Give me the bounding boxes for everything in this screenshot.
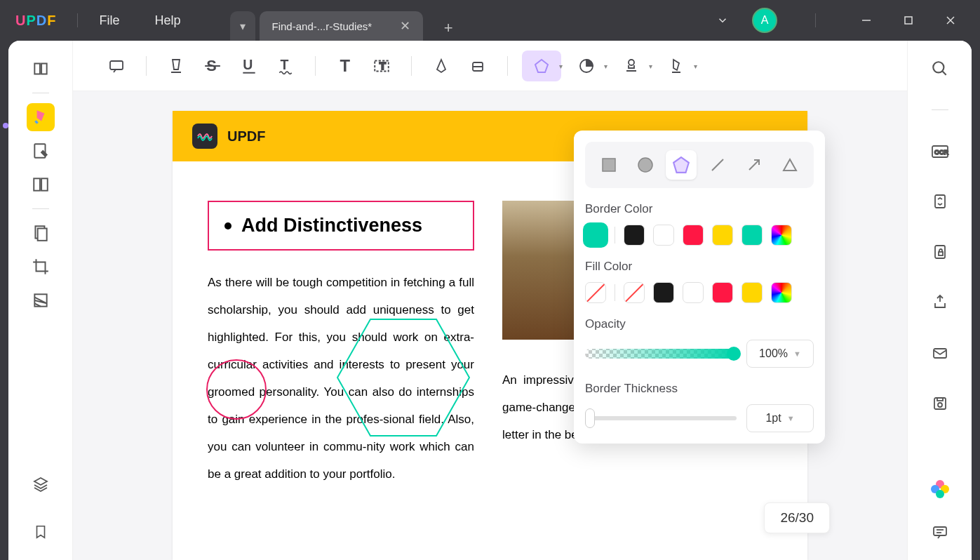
svg-rect-41 — [937, 398, 943, 401]
border-color-swatch-white[interactable] — [653, 225, 674, 246]
border-color-swatch-teal2[interactable] — [741, 225, 763, 246]
svg-text:T: T — [340, 57, 350, 75]
svg-point-26 — [638, 158, 652, 172]
layers-icon[interactable] — [27, 470, 55, 498]
opacity-slider-thumb[interactable] — [727, 347, 741, 361]
crop-icon[interactable] — [27, 253, 55, 281]
page-brand-text: UPDF — [227, 128, 265, 145]
edit-pdf-icon[interactable] — [27, 137, 55, 165]
email-icon[interactable] — [926, 339, 954, 367]
heading-rectangle-annotation[interactable]: Add Distinctiveness — [208, 201, 474, 251]
fill-color-none[interactable] — [624, 282, 645, 303]
menu-file[interactable]: File — [99, 13, 119, 28]
thickness-value-text: 1pt — [765, 412, 781, 425]
squiggly-tool[interactable]: T — [270, 51, 301, 81]
svg-point-23 — [629, 60, 634, 65]
opacity-slider[interactable] — [585, 349, 737, 359]
svg-text:T: T — [280, 57, 288, 72]
bookmark-icon[interactable] — [27, 518, 55, 546]
svg-text:T: T — [380, 60, 387, 72]
ocr-icon[interactable]: OCR — [926, 137, 954, 165]
circle-annotation[interactable] — [206, 359, 267, 420]
bullet-icon — [224, 222, 231, 229]
opacity-label: Opacity — [585, 317, 814, 331]
stamp-tool[interactable]: ▾ — [612, 51, 651, 81]
triangle-shape-button[interactable] — [774, 150, 805, 180]
fill-color-none-selected[interactable] — [585, 282, 606, 303]
page-tools-icon[interactable] — [27, 171, 55, 199]
chevron-down-icon[interactable] — [710, 8, 735, 33]
share-icon[interactable] — [926, 288, 954, 316]
page-indicator[interactable]: 26/30 — [764, 502, 830, 533]
border-color-swatch-black[interactable] — [624, 225, 645, 246]
maximize-button[interactable] — [896, 8, 921, 33]
tab-list-button[interactable]: ▾ — [230, 11, 255, 41]
border-color-row — [585, 225, 814, 246]
convert-icon[interactable] — [926, 187, 954, 215]
caret-icon: ▾ — [649, 62, 652, 69]
oval-shape-button[interactable] — [630, 150, 661, 180]
opacity-row: 100%▼ — [585, 340, 814, 368]
opacity-value-select[interactable]: 100%▼ — [746, 340, 814, 368]
border-color-swatch-yellow[interactable] — [712, 225, 733, 246]
new-tab-button[interactable]: + — [436, 15, 461, 41]
highlight-tool[interactable] — [161, 51, 192, 81]
arrow-shape-button[interactable] — [739, 150, 770, 180]
svg-text:U: U — [243, 57, 253, 72]
tab-close-icon[interactable]: ✕ — [400, 18, 410, 34]
underline-tool[interactable]: U — [234, 51, 264, 81]
hexagon-annotation[interactable] — [337, 319, 470, 436]
text-tool[interactable]: T — [330, 51, 361, 81]
separator — [507, 56, 508, 76]
fill-color-swatch-yellow[interactable] — [741, 282, 763, 303]
user-avatar[interactable]: A — [752, 8, 777, 33]
separator — [615, 227, 615, 244]
fill-color-swatch-black[interactable] — [653, 282, 674, 303]
close-button[interactable] — [938, 8, 963, 33]
rectangle-shape-button[interactable] — [593, 150, 624, 180]
fill-color-picker-button[interactable] — [771, 282, 792, 303]
separator — [411, 56, 412, 76]
sticker-tool[interactable]: ▾ — [567, 51, 606, 81]
polygon-shape-button[interactable] — [666, 150, 697, 180]
border-color-swatch-teal[interactable] — [585, 225, 606, 246]
textbox-tool[interactable]: T — [366, 51, 397, 81]
caret-icon: ▾ — [694, 62, 697, 69]
thickness-slider[interactable] — [585, 416, 737, 420]
svg-point-40 — [938, 403, 942, 407]
search-icon[interactable] — [926, 55, 954, 83]
eraser-tool[interactable] — [462, 51, 493, 81]
comment-tool-icon[interactable] — [27, 103, 55, 131]
border-color-swatch-red[interactable] — [683, 225, 704, 246]
fill-color-swatch-white[interactable] — [683, 282, 704, 303]
svg-rect-37 — [939, 252, 943, 255]
titlebar: UPDF File Help ▾ Find-and-...r-Studies* … — [0, 0, 980, 41]
reader-mode-icon[interactable] — [27, 55, 55, 83]
line-shape-button[interactable] — [702, 150, 733, 180]
fill-color-swatch-red[interactable] — [712, 282, 733, 303]
caret-icon: ▾ — [604, 62, 608, 69]
app-logo: UPDF — [15, 13, 56, 29]
menu-help[interactable]: Help — [154, 13, 180, 28]
chevron-down-icon: ▼ — [793, 349, 801, 358]
comment-panel-icon[interactable] — [926, 518, 954, 546]
border-color-picker-button[interactable] — [771, 225, 792, 246]
organize-pages-icon[interactable] — [27, 219, 55, 247]
right-sidebar: OCR — [907, 41, 972, 560]
separator — [146, 56, 147, 76]
thickness-value-select[interactable]: 1pt▼ — [746, 404, 814, 432]
thickness-slider-thumb[interactable] — [585, 408, 595, 428]
sticky-note-tool[interactable] — [101, 51, 132, 81]
pencil-tool[interactable] — [426, 51, 457, 81]
save-icon[interactable] — [926, 389, 954, 418]
ai-assistant-icon[interactable] — [931, 480, 949, 498]
document-tab[interactable]: Find-and-...r-Studies* ✕ — [260, 11, 424, 41]
minimize-button[interactable] — [854, 8, 879, 33]
protect-icon[interactable] — [926, 238, 954, 266]
signature-tool[interactable]: ▾ — [657, 51, 696, 81]
svg-marker-21 — [535, 60, 548, 72]
strikethrough-tool[interactable]: S — [197, 51, 228, 81]
shape-type-row — [585, 142, 814, 188]
redact-icon[interactable] — [27, 286, 55, 314]
shape-tool[interactable]: ▾ — [522, 51, 561, 81]
